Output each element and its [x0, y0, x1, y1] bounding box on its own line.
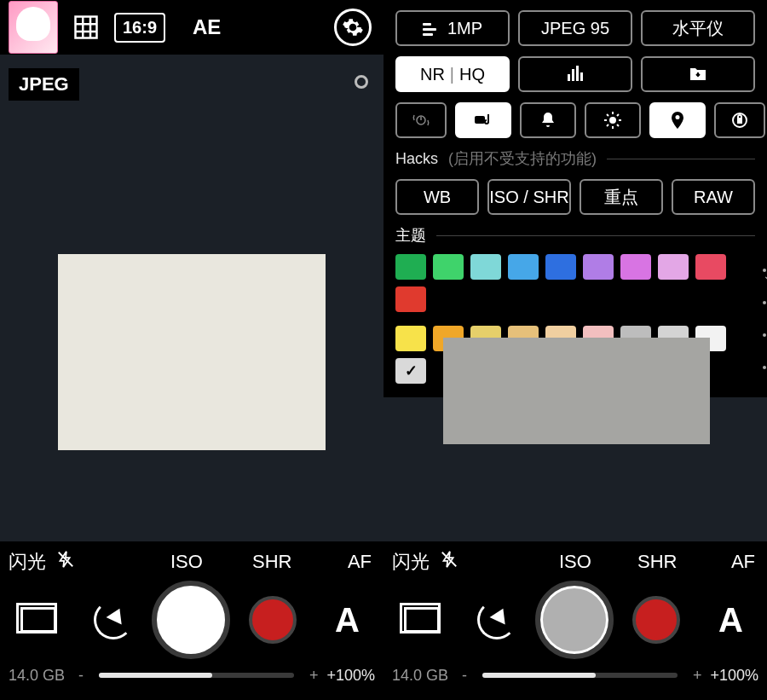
svg-rect-0: [76, 17, 97, 38]
level-button[interactable]: 水平仪: [641, 10, 755, 46]
wb-hack-button[interactable]: WB: [395, 179, 479, 215]
iso-button[interactable]: ISO: [559, 551, 591, 573]
flash-label[interactable]: 闪光: [392, 549, 430, 575]
camera-screen-right: 1MP JPEG 95 水平仪 NR|HQ: [384, 0, 767, 700]
focus-indicator-icon: [355, 75, 368, 89]
exposure-slider[interactable]: [99, 673, 294, 678]
grid-icon[interactable]: [73, 14, 99, 40]
theme-header: 主题: [395, 225, 755, 246]
flash-label[interactable]: 闪光: [9, 549, 46, 575]
filters-icon[interactable]: [477, 600, 516, 639]
theme-swatch[interactable]: [695, 254, 726, 280]
auto-exposure-button[interactable]: AE: [193, 15, 221, 39]
bottom-controls: 闪光 ISO SHR AF A 14.0 GB - + +100%: [0, 541, 384, 700]
video-record-button[interactable]: [249, 596, 297, 644]
bottom-controls: 闪光 ISO SHR AF A 14.0 GB - + +100%: [384, 541, 767, 700]
hacks-header: Hacks (启用不受支持的功能): [395, 148, 755, 169]
mode-switch-icon[interactable]: [20, 607, 56, 633]
focus-hack-button[interactable]: 重点: [580, 179, 663, 215]
shutter-button-label[interactable]: SHR: [252, 551, 291, 573]
mode-labels-row: 闪光 ISO SHR AF: [392, 547, 758, 577]
hacks-buttons-row: WB ISO / SHR 重点 RAW: [395, 179, 755, 215]
photo-shutter-button[interactable]: [152, 581, 230, 659]
top-toolbar: 16:9 AE: [0, 0, 384, 55]
mode-switch-icon[interactable]: [404, 607, 440, 633]
flash-off-icon[interactable]: [56, 550, 75, 574]
brightness-button[interactable]: [585, 102, 641, 138]
raw-hack-button[interactable]: RAW: [672, 179, 755, 215]
ois-button[interactable]: [395, 102, 447, 138]
auto-mode-button[interactable]: A: [335, 601, 360, 639]
format-badge: JPEG: [9, 68, 79, 101]
theme-swatch[interactable]: [508, 254, 539, 280]
photo-shutter-button[interactable]: [535, 581, 614, 659]
camera-screen-left: 16:9 AE JPEG 闪光 ISO SHR AF A 14.0 GB -: [0, 0, 384, 700]
theme-swatch[interactable]: [433, 254, 464, 280]
location-button[interactable]: [649, 102, 706, 138]
notification-button[interactable]: [520, 102, 576, 138]
ev-plus[interactable]: +: [693, 667, 702, 685]
resolution-button[interactable]: 1MP: [395, 10, 510, 46]
iso-button[interactable]: ISO: [170, 551, 203, 573]
status-row: 14.0 GB - + +100%: [9, 662, 375, 688]
settings-gear-icon[interactable]: [334, 9, 372, 46]
theme-swatch[interactable]: [395, 254, 426, 280]
viewfinder-preview[interactable]: [443, 338, 710, 444]
mode-labels-row: 闪光 ISO SHR AF: [9, 547, 375, 577]
theme-swatch[interactable]: [583, 254, 614, 280]
status-row: 14.0 GB - + +100%: [392, 662, 758, 688]
svg-rect-9: [580, 72, 583, 81]
save-folder-button[interactable]: [641, 56, 755, 92]
svg-rect-8: [576, 66, 579, 81]
theme-swatch[interactable]: [470, 254, 501, 280]
autofocus-button[interactable]: AF: [731, 551, 755, 573]
settings-row-1: 1MP JPEG 95 水平仪: [395, 10, 755, 46]
theme-swatch[interactable]: [658, 254, 689, 280]
theme-swatch[interactable]: [620, 254, 651, 280]
autofocus-button[interactable]: AF: [348, 551, 372, 573]
svg-rect-7: [572, 69, 574, 81]
settings-row-3: [395, 102, 755, 138]
auto-mode-button[interactable]: A: [718, 601, 743, 639]
hacks-title: Hacks: [395, 150, 438, 168]
capture-row: A: [392, 577, 758, 662]
theme-swatch[interactable]: [395, 358, 426, 384]
jpeg-quality-button[interactable]: JPEG 95: [518, 10, 632, 46]
histogram-button[interactable]: [518, 56, 632, 92]
shutter-button-label[interactable]: SHR: [637, 551, 677, 573]
svg-rect-15: [738, 119, 741, 123]
zoom-level[interactable]: +100%: [326, 667, 375, 685]
nr-hq-button[interactable]: NR|HQ: [395, 56, 510, 92]
storage-free: 14.0 GB: [9, 667, 65, 685]
hacks-subtitle: (启用不受支持的功能): [448, 148, 597, 169]
theme-swatch[interactable]: [395, 326, 426, 351]
settings-row-2: NR|HQ: [395, 56, 755, 92]
theme-swatch[interactable]: [395, 286, 426, 312]
list-icon: [423, 20, 438, 36]
iso-shr-hack-button[interactable]: ISO / SHR: [487, 179, 571, 215]
gallery-thumbnail[interactable]: [9, 1, 58, 54]
svg-point-13: [610, 118, 615, 123]
ev-plus[interactable]: +: [309, 667, 319, 685]
rotation-lock-button[interactable]: [714, 102, 765, 138]
more-colors-icon[interactable]: ⌄: [758, 254, 767, 384]
svg-point-12: [477, 117, 482, 122]
ev-minus[interactable]: -: [78, 667, 84, 685]
aspect-ratio-button[interactable]: 16:9: [114, 13, 165, 43]
ev-minus[interactable]: -: [462, 667, 467, 685]
theme-title: 主题: [395, 225, 426, 246]
zoom-level[interactable]: +100%: [710, 667, 758, 685]
theme-swatch[interactable]: [545, 254, 576, 280]
capture-row: A: [9, 577, 375, 662]
photo-sound-button[interactable]: [455, 102, 511, 138]
viewfinder-preview[interactable]: [58, 254, 326, 450]
filters-icon[interactable]: [94, 600, 133, 639]
flash-off-icon[interactable]: [440, 550, 458, 574]
svg-rect-6: [568, 74, 570, 81]
storage-free: 14.0 GB: [392, 667, 448, 685]
video-record-button[interactable]: [632, 596, 680, 644]
exposure-slider[interactable]: [482, 673, 678, 678]
